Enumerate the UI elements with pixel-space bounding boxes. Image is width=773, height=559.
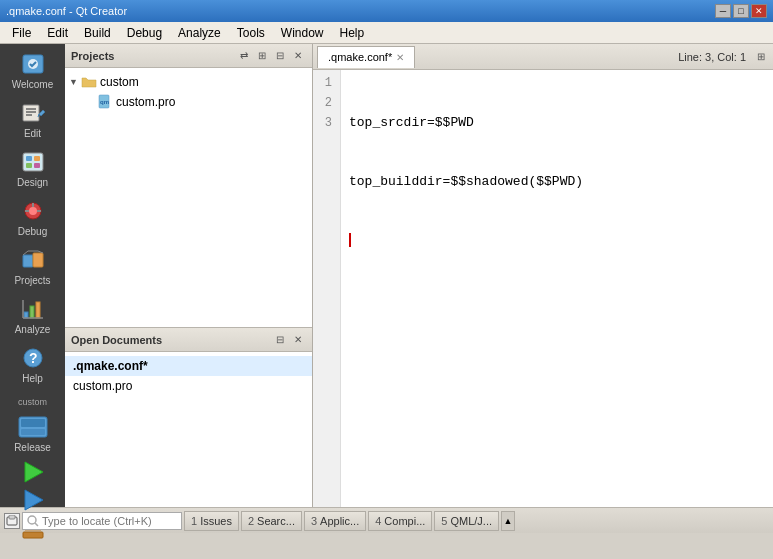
bottom-tab-applic-num: 3 — [311, 515, 317, 527]
svg-rect-36 — [9, 515, 15, 519]
edit-label: Edit — [24, 128, 41, 139]
code-content[interactable]: top_srcdir=$$PWD top_builddir=$$shadowed… — [341, 70, 773, 507]
project-tree[interactable]: ▼ custom qm custom.pro — [65, 68, 312, 327]
svg-rect-17 — [23, 255, 33, 267]
collapse-all-button[interactable]: ⊟ — [272, 48, 288, 64]
svg-rect-20 — [30, 306, 34, 318]
sidebar-item-release[interactable]: Release — [3, 409, 63, 457]
bottom-search-box[interactable] — [22, 512, 182, 530]
close-button[interactable]: ✕ — [751, 4, 767, 18]
bottom-tab-qml[interactable]: 5 QML/J... — [434, 511, 499, 531]
bottom-tab-applic[interactable]: 3 Applic... — [304, 511, 366, 531]
bottom-tab-scroll-arrow[interactable]: ▲ — [501, 511, 515, 531]
bottom-tab-applic-label: Applic... — [320, 515, 359, 527]
help-label: Help — [22, 373, 43, 384]
projects-label: Projects — [14, 275, 50, 286]
maximize-button[interactable]: □ — [733, 4, 749, 18]
bottom-tab-issues-label: Issues — [200, 515, 232, 527]
run-button[interactable] — [17, 458, 49, 486]
sidebar-item-analyze[interactable]: Analyze — [3, 291, 63, 339]
tree-node-custom[interactable]: ▼ custom — [65, 72, 312, 92]
bottom-tab-issues[interactable]: 1 Issues — [184, 511, 239, 531]
open-docs-header: Open Documents ⊟ ✕ — [65, 328, 312, 352]
projects-close-button[interactable]: ✕ — [290, 48, 306, 64]
svg-marker-29 — [25, 462, 43, 482]
svg-rect-28 — [21, 429, 45, 435]
locate-input[interactable] — [42, 515, 172, 527]
folder-icon — [81, 74, 97, 90]
svg-marker-30 — [25, 490, 43, 510]
tree-node-custom-pro-label: custom.pro — [116, 95, 175, 109]
menu-file[interactable]: File — [4, 22, 39, 43]
svg-point-37 — [28, 516, 36, 524]
title-bar-controls: ─ □ ✕ — [715, 4, 767, 18]
tree-node-custom-pro[interactable]: qm custom.pro — [65, 92, 312, 112]
editor-tab-close[interactable]: ✕ — [396, 52, 404, 63]
design-icon — [17, 148, 49, 176]
debug-label: Debug — [18, 226, 47, 237]
menu-window[interactable]: Window — [273, 22, 332, 43]
bottom-tab-issues-num: 1 — [191, 515, 197, 527]
code-line-3 — [349, 231, 765, 251]
release-label: Release — [14, 442, 51, 453]
editor-tab-label: .qmake.conf* — [328, 51, 392, 63]
doc-item-qmake[interactable]: .qmake.conf* — [65, 356, 312, 376]
sidebar-item-projects[interactable]: Projects — [3, 242, 63, 290]
open-docs-panel: Open Documents ⊟ ✕ .qmake.conf* custom.p… — [65, 327, 312, 507]
menu-analyze[interactable]: Analyze — [170, 22, 229, 43]
design-label: Design — [17, 177, 48, 188]
minimize-button[interactable]: ─ — [715, 4, 731, 18]
bottom-tab-qml-label: QML/J... — [450, 515, 492, 527]
line-number-1: 1 — [313, 74, 336, 94]
doc-item-custom-pro[interactable]: custom.pro — [65, 376, 312, 396]
title-bar: .qmake.conf - Qt Creator ─ □ ✕ — [0, 0, 773, 22]
bottom-tab-qml-num: 5 — [441, 515, 447, 527]
sidebar-item-design[interactable]: Design — [3, 144, 63, 192]
build-section-label: custom — [3, 395, 63, 409]
menu-debug[interactable]: Debug — [119, 22, 170, 43]
projects-panel-header: Projects ⇄ ⊞ ⊟ ✕ — [65, 44, 312, 68]
left-sidebar: Welcome Edit — [0, 44, 65, 507]
svg-rect-7 — [23, 153, 43, 171]
analyze-icon — [17, 295, 49, 323]
title-bar-title: .qmake.conf - Qt Creator — [6, 5, 127, 17]
pro-file-icon: qm — [97, 94, 113, 110]
editor-split-button[interactable]: ⊞ — [753, 49, 769, 65]
svg-text:?: ? — [29, 350, 38, 366]
debug-run-button[interactable] — [17, 486, 49, 514]
editor-tab-qmake[interactable]: .qmake.conf* ✕ — [317, 46, 415, 68]
open-docs-title: Open Documents — [71, 334, 162, 346]
open-docs-tools: ⊟ ✕ — [272, 332, 306, 348]
code-area[interactable]: 1 2 3 top_srcdir=$$PWD top_builddir=$$sh… — [313, 70, 773, 507]
svg-rect-11 — [34, 163, 40, 168]
svg-rect-2 — [23, 105, 39, 121]
expand-all-button[interactable]: ⊞ — [254, 48, 270, 64]
sidebar-item-help[interactable]: ? Help — [3, 340, 63, 388]
menu-tools[interactable]: Tools — [229, 22, 273, 43]
split-button[interactable]: ⊟ — [272, 332, 288, 348]
sidebar-item-welcome[interactable]: Welcome — [3, 46, 63, 94]
sidebar-item-debug[interactable]: Debug — [3, 193, 63, 241]
code-line-1: top_srcdir=$$PWD — [349, 113, 765, 133]
svg-rect-21 — [36, 302, 40, 318]
menu-help[interactable]: Help — [332, 22, 373, 43]
line-number-2: 2 — [313, 94, 336, 114]
sidebar-item-edit[interactable]: Edit — [3, 95, 63, 143]
svg-rect-19 — [24, 312, 28, 318]
tree-expand-icon: ▼ — [69, 77, 81, 87]
bottom-tab-compi[interactable]: 4 Compi... — [368, 511, 432, 531]
svg-rect-10 — [26, 163, 32, 168]
bottom-tab-search[interactable]: 2 Searc... — [241, 511, 302, 531]
menu-build[interactable]: Build — [76, 22, 119, 43]
line-numbers: 1 2 3 — [313, 70, 341, 507]
svg-rect-8 — [26, 156, 32, 161]
svg-rect-27 — [21, 419, 45, 427]
doc-item-qmake-label: .qmake.conf* — [73, 359, 148, 373]
docs-close-button[interactable]: ✕ — [290, 332, 306, 348]
svg-rect-31 — [23, 532, 43, 538]
menu-edit[interactable]: Edit — [39, 22, 76, 43]
sync-button[interactable]: ⇄ — [236, 48, 252, 64]
editor-toolbar: .qmake.conf* ✕ Line: 3, Col: 1 ⊞ — [313, 44, 773, 70]
svg-line-38 — [35, 523, 38, 526]
bottom-icon-button[interactable] — [4, 513, 20, 529]
